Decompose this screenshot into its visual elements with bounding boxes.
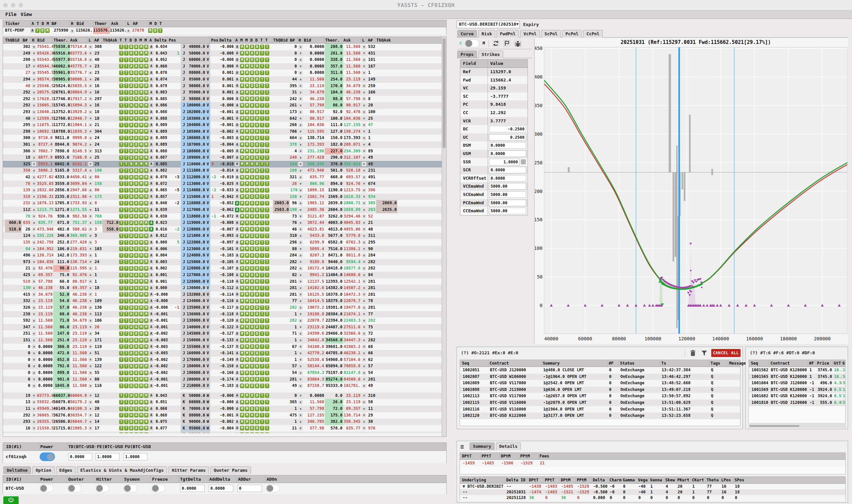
- flag-m[interactable]: M: [144, 84, 148, 88]
- strike-cell[interactable]: J126000.0V: [181, 265, 210, 272]
- double-chevron-up-icon[interactable]: »: [88, 175, 93, 180]
- flag-d[interactable]: D: [129, 103, 134, 108]
- flag-d[interactable]: D: [129, 247, 134, 251]
- flag-m[interactable]: M: [139, 123, 143, 127]
- flag-a[interactable]: A: [149, 357, 154, 362]
- bid-cell[interactable]: 104.036: [37, 259, 53, 266]
- ask-cell[interactable]: 138.714: [70, 259, 88, 266]
- flag-m[interactable]: M: [144, 426, 148, 431]
- flag-t[interactable]: T: [260, 351, 264, 356]
- ask-cell[interactable]: 21905.3: [70, 425, 88, 432]
- double-chevron-down-icon[interactable]: »: [298, 149, 303, 154]
- double-chevron-up-icon[interactable]: »: [88, 407, 93, 411]
- theor-cell[interactable]: 578.0: [325, 425, 343, 432]
- flag-m[interactable]: M: [245, 279, 249, 284]
- flag-a[interactable]: A: [235, 116, 239, 121]
- bid-cell[interactable]: 5433.0: [303, 233, 325, 239]
- flag-d[interactable]: D: [255, 331, 259, 336]
- double-chevron-up-icon[interactable]: »: [88, 188, 93, 193]
- refresh-button[interactable]: [492, 40, 500, 47]
- flag-t[interactable]: T: [124, 162, 128, 166]
- flag-m[interactable]: M: [240, 338, 244, 343]
- theor-cell[interactable]: 17746.0: [53, 96, 70, 103]
- bid-cell[interactable]: 0.0000: [37, 350, 53, 357]
- flag-m[interactable]: M: [240, 214, 244, 219]
- ask-cell[interactable]: 46.238: [70, 298, 88, 304]
- flag-m[interactable]: M: [240, 64, 244, 69]
- flag-t[interactable]: T: [260, 194, 264, 199]
- ask-cell[interactable]: 55716.8: [70, 57, 88, 63]
- order-row[interactable]: 1002113BTC-USD V117000-1@2657.0 OPEN LMT…: [460, 393, 740, 399]
- double-chevron-up-icon[interactable]: »: [362, 96, 367, 101]
- ask-cell[interactable]: 46.238: [70, 311, 88, 318]
- flag-a[interactable]: A: [149, 162, 154, 166]
- strike-cell[interactable]: J103000.0V: [181, 115, 210, 122]
- ticker-a-flag[interactable]: A: [30, 28, 35, 33]
- flag-m[interactable]: M: [245, 266, 249, 271]
- bid-cell[interactable]: 1098.15: [303, 187, 325, 194]
- flag-m[interactable]: M: [139, 110, 143, 114]
- flag-t[interactable]: T: [119, 227, 123, 232]
- flag-m[interactable]: M: [240, 299, 244, 303]
- bid-cell[interactable]: 75541.4: [37, 43, 53, 50]
- double-chevron-down-icon[interactable]: »: [32, 116, 36, 121]
- flag-m[interactable]: M: [245, 299, 249, 303]
- flag-t[interactable]: T: [260, 383, 264, 388]
- double-chevron-up-icon[interactable]: »: [88, 123, 93, 127]
- chain-row[interactable]: 0»0.00001045.011.560»116TTDDMMA-0.001J21…: [3, 382, 442, 389]
- flag-a[interactable]: A: [235, 400, 239, 404]
- flag-d[interactable]: D: [134, 168, 139, 173]
- flag-m[interactable]: M: [139, 240, 143, 245]
- flag-m[interactable]: M: [144, 240, 148, 245]
- double-chevron-up-icon[interactable]: »: [362, 253, 367, 258]
- strike-cell[interactable]: J136000.0V: [181, 311, 210, 318]
- theor-cell[interactable]: 9811.0: [53, 135, 70, 141]
- flag-d[interactable]: D: [134, 129, 139, 134]
- flag-a[interactable]: A: [235, 110, 239, 114]
- flag-d[interactable]: D: [129, 64, 134, 69]
- theor-cell[interactable]: 10788.0: [53, 128, 70, 135]
- flag-t[interactable]: T: [124, 175, 128, 180]
- bid-cell[interactable]: 5895.4: [303, 246, 325, 252]
- double-chevron-down-icon[interactable]: »: [32, 162, 36, 166]
- flag-m[interactable]: M: [139, 305, 143, 310]
- flag-a[interactable]: A: [149, 44, 154, 49]
- flag-m[interactable]: M: [245, 407, 249, 411]
- flag-d[interactable]: D: [129, 90, 134, 95]
- trade-row[interactable]: 1001682BTC-USD K120000-13924.06.5711.: [749, 393, 845, 399]
- bid-cell[interactable]: 65773.6: [37, 393, 53, 399]
- flag-d[interactable]: D: [134, 413, 139, 417]
- flag-d[interactable]: D: [129, 393, 134, 398]
- flag-t[interactable]: T: [260, 344, 264, 349]
- flag-m[interactable]: M: [245, 292, 249, 297]
- flag-a[interactable]: A: [235, 123, 239, 127]
- theor-cell[interactable]: 44785.0: [325, 350, 343, 357]
- theor-cell[interactable]: 13752.0: [53, 109, 70, 115]
- ask-cell[interactable]: 13929.2: [70, 109, 88, 115]
- flag-m[interactable]: M: [139, 168, 143, 173]
- ask-cell[interactable]: 45775.7: [70, 63, 88, 70]
- double-chevron-up-icon[interactable]: »: [362, 273, 367, 277]
- double-chevron-up-icon[interactable]: »: [88, 338, 93, 343]
- chain-row[interactable]: 0»0.0000981.011.560»80TTDDMMA-0.001J2000…: [3, 376, 442, 383]
- flag-a[interactable]: A: [149, 96, 154, 101]
- flag-a[interactable]: A: [235, 312, 239, 317]
- flag-a[interactable]: A: [235, 77, 239, 82]
- flag-d[interactable]: D: [250, 71, 254, 75]
- double-chevron-down-icon[interactable]: »: [32, 201, 36, 205]
- chain-scrollbar-thumb[interactable]: [443, 38, 446, 148]
- flag-t[interactable]: T: [265, 357, 269, 362]
- ask-cell[interactable]: 14507.2: [343, 285, 361, 291]
- flag-d[interactable]: D: [129, 162, 134, 166]
- ask-cell[interactable]: 34.679: [70, 317, 88, 324]
- double-chevron-down-icon[interactable]: »: [32, 331, 36, 336]
- flag-m[interactable]: M: [144, 123, 148, 127]
- flag-t[interactable]: T: [119, 234, 123, 238]
- double-chevron-down-icon[interactable]: »: [298, 432, 303, 433]
- flag-d[interactable]: D: [250, 188, 254, 193]
- flag-m[interactable]: M: [245, 116, 249, 121]
- double-chevron-up-icon[interactable]: »: [362, 351, 367, 356]
- chain-row[interactable]: 232»1676.131705.01733.93»8TTDDMMA0.048-2…: [3, 200, 442, 206]
- flag-t[interactable]: T: [260, 266, 264, 271]
- flag-d[interactable]: D: [134, 292, 139, 297]
